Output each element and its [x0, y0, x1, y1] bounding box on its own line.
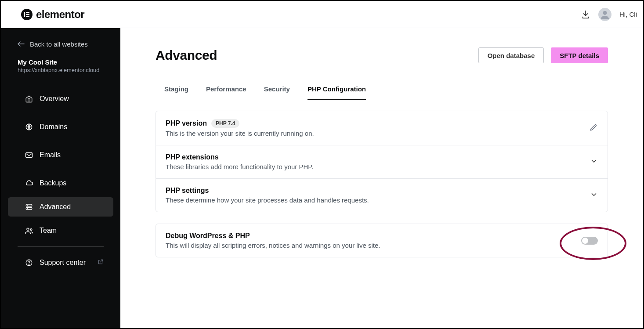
php-extensions-panel[interactable]: PHP extensions These libraries add more … [156, 145, 608, 178]
sidebar-item-label: Emails [40, 151, 61, 159]
sidebar-item-label: Team [40, 227, 57, 235]
site-name: My Cool Site [18, 58, 104, 66]
sidebar: Back to all websites My Cool Site https:… [1, 28, 120, 328]
back-to-websites-link[interactable]: Back to all websites [1, 40, 120, 58]
sidebar-item-label: Overview [40, 95, 69, 103]
chevron-down-icon [590, 192, 598, 200]
php-version-panel: PHP version PHP 7.4 This is the version … [156, 111, 608, 145]
svg-rect-6 [26, 153, 33, 158]
pencil-icon [589, 126, 598, 133]
arrow-left-icon [18, 40, 25, 48]
debug-title: Debug WordPress & PHP [166, 232, 250, 240]
open-database-button[interactable]: Open database [478, 47, 544, 63]
debug-panel: Debug WordPress & PHP This will display … [156, 224, 608, 257]
svg-point-14 [29, 264, 29, 264]
tab-staging[interactable]: Staging [164, 83, 188, 100]
sidebar-item-emails[interactable]: Emails [1, 141, 120, 169]
tabs: Staging Performance Security PHP Configu… [156, 83, 608, 100]
edit-php-version-button[interactable] [580, 123, 598, 134]
content-header: Advanced Open database SFTP details [156, 47, 608, 63]
php-extensions-desc: These libraries add more functionality t… [166, 163, 581, 170]
sidebar-item-label: Domains [40, 123, 67, 131]
avatar[interactable] [598, 8, 611, 21]
php-version-badge: PHP 7.4 [211, 119, 239, 128]
tab-security[interactable]: Security [264, 83, 290, 100]
svg-rect-2 [26, 14, 29, 14]
advanced-icon [25, 203, 33, 211]
sidebar-item-label: Support center [40, 259, 86, 267]
greeting-text: Hi, Cli [619, 11, 637, 18]
svg-point-4 [603, 11, 607, 14]
sidebar-item-label: Advanced [40, 203, 71, 211]
sidebar-item-support[interactable]: Support center [1, 249, 120, 277]
php-version-desc: This is the version your site is current… [166, 130, 580, 137]
svg-rect-0 [24, 12, 25, 17]
svg-point-11 [27, 228, 29, 230]
globe-icon [25, 123, 33, 131]
svg-point-12 [30, 229, 32, 231]
site-block: My Cool Site https://xnbtspnx.elementor.… [1, 58, 120, 85]
sidebar-item-backups[interactable]: Backups [1, 169, 120, 197]
expand-php-settings[interactable] [581, 191, 598, 200]
sidebar-nav: Overview Domains Emails [1, 85, 120, 277]
cloud-icon [25, 180, 33, 187]
svg-rect-1 [26, 12, 29, 13]
svg-point-10 [27, 208, 28, 209]
sftp-details-button[interactable]: SFTP details [551, 47, 608, 63]
sidebar-item-team[interactable]: Team [1, 217, 120, 245]
php-settings-panel[interactable]: PHP settings These determine how your si… [156, 178, 608, 212]
home-icon [25, 95, 33, 103]
topbar-actions: Hi, Cli [581, 8, 637, 21]
sidebar-item-domains[interactable]: Domains [1, 113, 120, 141]
debug-toggle[interactable] [581, 237, 598, 245]
mail-icon [25, 152, 33, 159]
php-extensions-title: PHP extensions [166, 153, 219, 161]
expand-php-extensions[interactable] [581, 157, 598, 167]
page-title: Advanced [156, 48, 217, 63]
brand-name: elementor [36, 8, 84, 21]
team-icon [25, 227, 33, 235]
help-icon [25, 259, 33, 267]
svg-rect-3 [26, 16, 29, 17]
php-version-title: PHP version [166, 119, 207, 127]
site-url: https://xnbtspnx.elementor.cloud [18, 67, 104, 73]
sidebar-item-advanced[interactable]: Advanced [8, 197, 113, 217]
chevron-down-icon [590, 159, 598, 166]
external-link-icon [98, 259, 104, 267]
php-panel-group: PHP version PHP 7.4 This is the version … [156, 111, 608, 212]
sidebar-item-label: Backups [40, 179, 66, 187]
brand-logo[interactable]: elementor [21, 8, 84, 21]
svg-point-9 [27, 205, 28, 206]
back-link-label: Back to all websites [30, 40, 88, 48]
tab-php-configuration[interactable]: PHP Configuration [308, 83, 366, 100]
brand-mark-icon [21, 9, 33, 20]
download-icon[interactable] [581, 10, 590, 19]
sidebar-separator [18, 246, 104, 247]
tab-performance[interactable]: Performance [206, 83, 246, 100]
sidebar-item-overview[interactable]: Overview [1, 85, 120, 113]
debug-desc: This will display all scripting errors, … [166, 242, 572, 249]
php-settings-desc: These determine how your site processes … [166, 196, 581, 204]
topbar: elementor Hi, Cli [1, 1, 643, 28]
debug-panel-group: Debug WordPress & PHP This will display … [156, 224, 608, 257]
main-content: Advanced Open database SFTP details Stag… [120, 28, 643, 328]
php-settings-title: PHP settings [166, 187, 209, 195]
